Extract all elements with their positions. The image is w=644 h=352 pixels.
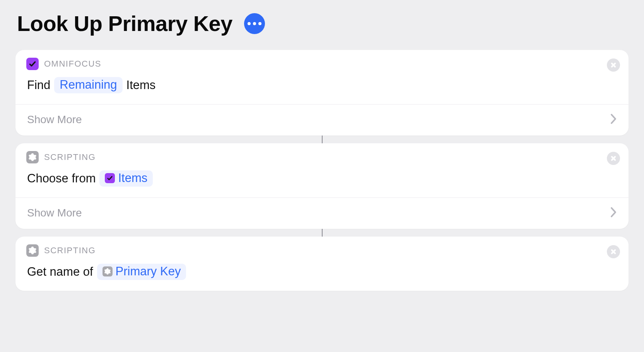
omnifocus-icon xyxy=(26,58,39,70)
token-label: Primary Key xyxy=(116,264,181,278)
show-more-label: Show More xyxy=(27,113,82,126)
delete-action-button[interactable] xyxy=(607,152,620,165)
action-description: Get name of Primary Key xyxy=(15,257,629,291)
action-card: OMNIFOCUS Find Remaining Items Show More xyxy=(15,50,629,136)
action-description: Choose from Items xyxy=(15,163,629,197)
action-text-prefix: Find xyxy=(27,78,50,92)
action-text-prefix: Get name of xyxy=(27,265,93,279)
action-card-header: SCRIPTING xyxy=(15,237,629,257)
scripting-icon xyxy=(26,151,39,163)
action-description: Find Remaining Items xyxy=(15,70,629,104)
action-app-name: SCRIPTING xyxy=(44,152,96,162)
more-menu-button[interactable] xyxy=(244,13,265,34)
dot-icon xyxy=(258,22,261,25)
delete-action-button[interactable] xyxy=(607,245,620,258)
token-label: Remaining xyxy=(60,78,117,92)
chevron-right-icon xyxy=(610,113,617,126)
token-label: Items xyxy=(118,171,147,185)
action-connector xyxy=(322,136,323,143)
action-card: SCRIPTING Choose from Items Show More xyxy=(15,143,629,229)
scripting-icon xyxy=(26,244,39,257)
action-connector xyxy=(322,229,323,237)
action-text-prefix: Choose from xyxy=(27,172,96,185)
shortcut-editor: Look Up Primary Key OMNIFOCUS Find Remai… xyxy=(0,0,644,306)
chevron-right-icon xyxy=(610,206,617,220)
action-app-name: SCRIPTING xyxy=(44,246,96,256)
show-more-button[interactable]: Show More xyxy=(15,105,629,136)
parameter-token[interactable]: Remaining xyxy=(54,77,122,93)
delete-action-button[interactable] xyxy=(607,58,620,72)
variable-token[interactable]: Primary Key xyxy=(97,264,186,280)
dot-icon xyxy=(253,22,256,25)
title-row: Look Up Primary Key xyxy=(15,11,629,36)
action-card-header: OMNIFOCUS xyxy=(15,50,629,70)
dot-icon xyxy=(248,22,251,25)
action-card-header: SCRIPTING xyxy=(15,143,629,163)
show-more-button[interactable]: Show More xyxy=(15,198,629,229)
variable-token[interactable]: Items xyxy=(99,170,153,187)
action-text-suffix: Items xyxy=(126,78,156,92)
omnifocus-icon xyxy=(105,173,115,183)
scripting-icon xyxy=(102,266,113,276)
action-app-name: OMNIFOCUS xyxy=(44,59,101,69)
show-more-label: Show More xyxy=(27,207,82,219)
shortcut-title: Look Up Primary Key xyxy=(17,11,232,36)
action-card: SCRIPTING Get name of Primary Key xyxy=(15,237,629,291)
